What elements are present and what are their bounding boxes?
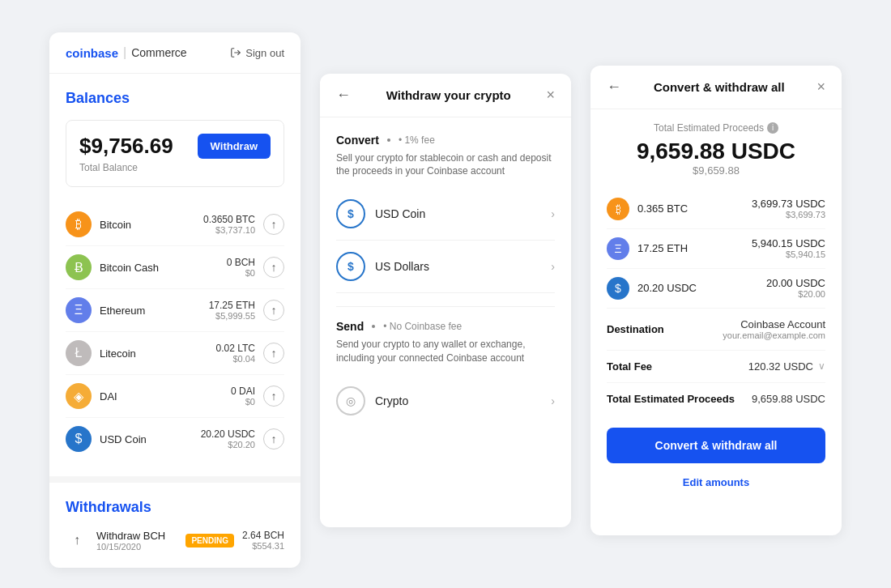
modal-title: Withdraw your crypto: [386, 88, 511, 102]
usdc-usd: $20.20: [201, 440, 255, 450]
ltc-action-button[interactable]: ↑: [263, 343, 284, 364]
eth-action-button[interactable]: ↑: [263, 300, 284, 321]
panel3-back-button[interactable]: ←: [607, 79, 621, 96]
fee-label: Total Fee: [607, 360, 652, 373]
asset-btc-converted: 3,699.73 USDC $3,699.73: [752, 198, 825, 219]
send-label: Send: [336, 320, 364, 333]
crypto-icon: ◎: [336, 386, 365, 415]
usd-coin-option[interactable]: $ USD Coin ›: [336, 188, 555, 241]
panel2-body: Convert • 1% fee Sell your crypto for st…: [320, 117, 571, 443]
crypto-option[interactable]: ◎ Crypto ›: [336, 375, 555, 427]
total-balance-row: $9,756.69 Withdraw: [79, 134, 271, 159]
signout-icon: [230, 47, 241, 58]
fee-value-container: 120.32 USDC ∨: [748, 360, 825, 373]
asset-usdc-usd: $20.00: [766, 289, 825, 299]
panel-withdraw: ← Withdraw your crypto × Convert • 1% fe…: [320, 74, 571, 527]
btc-name: Bitcoin: [100, 219, 203, 231]
asset-eth-converted: 5,940.15 USDC $5,940.15: [752, 237, 825, 259]
proceeds-amount: 9,659.88 USDC: [607, 138, 825, 164]
dai-name: DAI: [100, 390, 231, 403]
bch-name: Bitcoin Cash: [100, 262, 227, 274]
bch-action-button[interactable]: ↑: [263, 257, 284, 278]
panel3-close-button[interactable]: ×: [816, 79, 825, 96]
panel3-header: ← Convert & withdraw all ×: [590, 66, 842, 109]
usdc-action-button[interactable]: ↑: [263, 428, 284, 450]
ltc-amount: 0.02 LTC: [216, 343, 255, 354]
dai-amount: 0 DAI: [231, 386, 255, 397]
close-button[interactable]: ×: [546, 87, 555, 104]
sign-out-label: Sign out: [245, 47, 284, 59]
eth-balance: 17.25 ETH $5,999.55: [209, 300, 255, 321]
asset-btc-icon: ₿: [607, 198, 629, 220]
sign-out-button[interactable]: Sign out: [230, 47, 284, 59]
send-dot: [372, 325, 375, 328]
ltc-name: Litecoin: [100, 347, 216, 360]
eth-amount: 17.25 ETH: [209, 300, 255, 311]
asset-btc-usd: $3,699.73: [752, 210, 825, 219]
panel3-body: Total Estimated Proceeds i 9,659.88 USDC…: [590, 109, 842, 506]
withdrawal-name: Withdraw BCH: [96, 530, 177, 542]
withdrawals-title: Withdrawals: [66, 499, 284, 516]
coin-item-bch: Ƀ Bitcoin Cash 0 BCH $0 ↑: [66, 246, 284, 289]
info-icon: i: [767, 122, 778, 134]
coin-list: ₿ Bitcoin 0.3650 BTC $3,737.10 ↑ Ƀ Bitco…: [66, 203, 284, 460]
usdc-balance: 20.20 USDC $20.20: [201, 428, 255, 450]
convert-fee: • 1% fee: [399, 134, 435, 146]
edit-amounts-button[interactable]: Edit amounts: [607, 471, 825, 493]
coinbase-logo: coinbase: [66, 46, 118, 60]
back-button[interactable]: ←: [336, 87, 351, 104]
eth-name: Ethereum: [100, 305, 209, 317]
ltc-usd: $0.04: [216, 354, 255, 364]
us-dollars-option[interactable]: $ US Dollars ›: [336, 241, 555, 293]
total-amount: $9,756.69: [79, 134, 173, 159]
send-section-header: Send • No Coinbase fee: [336, 320, 555, 333]
dai-balance: 0 DAI $0: [231, 386, 255, 407]
destination-account: Coinbase Account: [723, 318, 825, 330]
withdrawals-section: Withdrawals ↑ Withdraw BCH 10/15/2020 PE…: [49, 476, 301, 568]
asset-eth-usd: $5,940.15: [752, 249, 825, 259]
asset-usdc-icon: $: [607, 277, 629, 300]
fee-row: Total Fee 120.32 USDC ∨: [607, 351, 825, 383]
withdrawal-crypto: 2.64 BCH: [242, 530, 284, 541]
eth-usd: $5,999.55: [209, 311, 255, 321]
usd-coin-label: USD Coin: [375, 207, 551, 220]
asset-row-usdc: $ 20.20 USDC 20.00 USDC $20.00: [607, 269, 825, 309]
asset-eth-name: 17.25 ETH: [637, 242, 752, 254]
withdrawal-item: ↑ Withdraw BCH 10/15/2020 PENDING 2.64 B…: [66, 529, 284, 552]
logo-area: coinbase | Commerce: [66, 45, 187, 60]
balance-box: $9,756.69 Withdraw Total Balance: [66, 120, 284, 187]
convert-withdraw-button[interactable]: Convert & withdraw all: [607, 428, 825, 463]
withdraw-button[interactable]: Withdraw: [198, 134, 271, 159]
destination-email: your.email@example.com: [723, 330, 825, 340]
btc-usd: $3,737.10: [203, 225, 255, 235]
panel2-header: ← Withdraw your crypto ×: [320, 74, 571, 117]
eth-icon: Ξ: [66, 297, 92, 323]
btc-action-button[interactable]: ↑: [263, 214, 284, 235]
fee-value: 120.32 USDC: [748, 360, 813, 373]
convert-label: Convert: [336, 134, 379, 147]
asset-btc-usdc: 3,699.73 USDC: [752, 198, 825, 210]
commerce-label: Commerce: [131, 46, 186, 59]
dai-action-button[interactable]: ↑: [263, 386, 284, 407]
asset-usdc-name: 20.20 USDC: [637, 282, 766, 294]
asset-row-btc: ₿ 0.365 BTC 3,699.73 USDC $3,699.73: [607, 190, 825, 229]
usdc-icon: $: [66, 426, 92, 452]
total-proceeds-label: Total Estimated Proceeds: [607, 393, 735, 405]
coin-item-eth: Ξ Ethereum 17.25 ETH $5,999.55 ↑: [66, 289, 284, 332]
bch-balance: 0 BCH $0: [227, 257, 255, 278]
usd-coin-chevron: ›: [551, 207, 555, 220]
ltc-icon: Ł: [66, 340, 92, 366]
coin-item-ltc: Ł Litecoin 0.02 LTC $0.04 ↑: [66, 332, 284, 375]
send-desc: Send your crypto to any wallet or exchan…: [336, 338, 555, 365]
withdrawal-usd: $554.31: [242, 541, 284, 551]
bch-amount: 0 BCH: [227, 257, 255, 268]
pending-badge: PENDING: [185, 534, 234, 548]
withdrawal-icon: ↑: [66, 529, 88, 552]
balances-title: Balances: [66, 90, 284, 107]
ltc-balance: 0.02 LTC $0.04: [216, 343, 255, 364]
send-fee: • No Coinbase fee: [383, 321, 462, 332]
btc-amount: 0.3650 BTC: [203, 214, 255, 225]
asset-usdc-converted: 20.00 USDC $20.00: [766, 277, 825, 299]
panel-balances: coinbase | Commerce Sign out Balances $9…: [49, 32, 301, 568]
btc-balance: 0.3650 BTC $3,737.10: [203, 214, 255, 235]
